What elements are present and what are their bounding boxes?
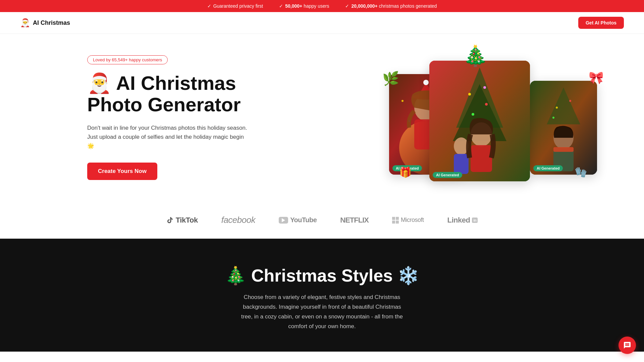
christmas-man-photo xyxy=(530,81,597,175)
create-yours-now-button[interactable]: Create Yours Now xyxy=(87,163,157,180)
christmas-family-photo xyxy=(429,61,530,181)
hero-section: Loved by 65,549+ happy customers 🎅 AI Ch… xyxy=(0,34,644,201)
brand-facebook: facebook xyxy=(221,215,256,225)
hero-images: 🎄 🌿 🎀 🎁 🧤 xyxy=(402,54,590,181)
microsoft-icon xyxy=(392,217,399,224)
loved-badge: Loved by 65,549+ happy customers xyxy=(87,55,168,64)
banner-photos-text: 20,000,000+ christmas photos generated xyxy=(351,3,437,9)
banner-users: ✓ 50,000+ happy users xyxy=(279,3,329,9)
brands-section: TikTok facebook YouTube NETFLIX Microsof… xyxy=(0,201,644,239)
hero-content: Loved by 65,549+ happy customers 🎅 AI Ch… xyxy=(87,55,248,180)
hero-title-line2: Photo Generator xyxy=(87,94,241,115)
svg-point-25 xyxy=(569,100,571,102)
snowflake-emoji: ❄️ xyxy=(397,266,419,285)
banner-photos-bold: 20,000,000+ xyxy=(351,3,377,9)
hero-description: Don't wait in line for your Christmas ph… xyxy=(87,123,248,151)
logo-emoji: 🎅 xyxy=(20,18,30,27)
svg-point-14 xyxy=(468,93,471,96)
chat-button[interactable] xyxy=(619,337,636,354)
glove-decoration: 🧤 xyxy=(575,166,587,178)
get-ai-photos-button[interactable]: Get AI Photos xyxy=(578,17,624,29)
svg-point-2 xyxy=(401,100,404,102)
svg-point-16 xyxy=(472,113,474,116)
netflix-label: NETFLIX xyxy=(340,216,369,225)
check-icon: ✓ xyxy=(207,3,211,9)
wreath-decoration: 🎄 xyxy=(463,44,488,68)
navbar: 🎅 AI Christmas Get AI Photos xyxy=(0,12,644,34)
svg-point-26 xyxy=(552,117,554,119)
facebook-label: facebook xyxy=(221,215,256,225)
microsoft-label: Microsoft xyxy=(401,217,424,224)
banner-privacy: ✓ Guaranteed privacy first xyxy=(207,3,263,9)
banner-privacy-text: Guaranteed privacy first xyxy=(213,3,263,9)
brand-linkedin: Linkedin xyxy=(447,216,478,225)
tiktok-icon xyxy=(166,217,174,224)
chat-icon xyxy=(623,341,631,349)
svg-point-10 xyxy=(423,80,429,85)
linkedin-label: Linked xyxy=(447,216,470,225)
brand-tiktok: TikTok xyxy=(166,216,198,225)
banner-users-text: 50,000+ happy users xyxy=(285,3,329,9)
bow-decoration: 🎀 xyxy=(589,71,604,85)
logo: 🎅 AI Christmas xyxy=(20,18,70,27)
check-icon-2: ✓ xyxy=(279,3,283,9)
christmas-styles-text: Christmas Styles xyxy=(251,266,393,285)
dark-section: 🎄 Christmas Styles ❄️ Choose from a vari… xyxy=(0,239,644,352)
christmas-styles-title: 🎄 Christmas Styles ❄️ xyxy=(13,265,631,286)
brand-microsoft: Microsoft xyxy=(392,217,424,224)
linkedin-in-box: in xyxy=(472,218,478,223)
hero-title: 🎅 AI Christmas Photo Generator xyxy=(87,72,248,115)
banner-users-bold: 50,000+ xyxy=(285,3,302,9)
brand-youtube: YouTube xyxy=(279,216,317,224)
youtube-label: YouTube xyxy=(290,216,317,224)
svg-rect-21 xyxy=(454,154,469,174)
top-banner: ✓ Guaranteed privacy first ✓ 50,000+ hap… xyxy=(0,0,644,12)
ai-badge-main: AI Generated xyxy=(433,172,462,178)
brand-netflix: NETFLIX xyxy=(340,216,369,225)
tree-emoji: 🎄 xyxy=(225,266,247,285)
hero-image-main: AI Generated xyxy=(429,61,530,181)
holly-decoration: 🌿 xyxy=(382,71,399,86)
ai-badge-right: AI Generated xyxy=(533,165,563,171)
banner-photos: ✓ 20,000,000+ christmas photos generated xyxy=(345,3,437,9)
youtube-icon xyxy=(279,217,288,224)
santa-emoji: 🎅 xyxy=(87,72,111,94)
svg-rect-29 xyxy=(553,147,574,152)
check-icon-3: ✓ xyxy=(345,3,349,9)
svg-point-15 xyxy=(485,103,488,106)
hero-title-line1: AI Christmas xyxy=(116,72,236,94)
tiktok-label: TikTok xyxy=(176,216,198,225)
svg-point-24 xyxy=(556,107,558,109)
svg-rect-19 xyxy=(471,145,492,172)
svg-point-17 xyxy=(483,86,486,89)
logo-text: AI Christmas xyxy=(33,19,70,26)
christmas-styles-description: Choose from a variety of elegant, festiv… xyxy=(238,293,406,331)
gift-decoration: 🎁 xyxy=(399,166,412,178)
hero-image-right: AI Generated xyxy=(530,81,597,175)
